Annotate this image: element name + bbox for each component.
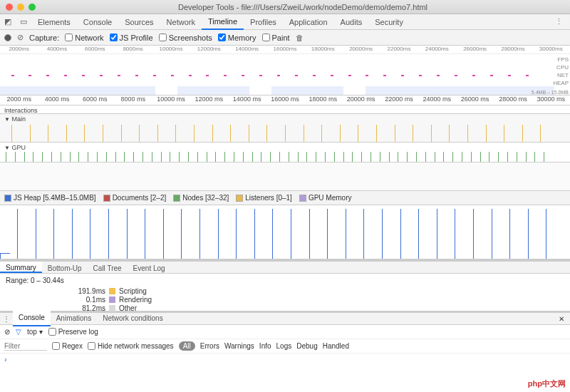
memory-legend: JS Heap [5.4MB–15.0MB]Documents [2–2]Nod… (0, 191, 570, 205)
console-filter-input[interactable] (4, 342, 47, 351)
mem-legend-item[interactable]: GPU Memory (299, 194, 352, 202)
tab-sources[interactable]: Sources (118, 14, 160, 30)
capture-screenshots[interactable]: Screenshots (159, 33, 212, 42)
capture-memory[interactable]: Memory (218, 33, 256, 42)
level-handled[interactable]: Handled (323, 342, 349, 350)
close-window-button[interactable] (6, 4, 13, 11)
minimize-window-button[interactable] (17, 4, 24, 11)
console-controls: ⊘ ▽ top ▾ Preserve log (0, 325, 570, 339)
overview-net-lane (0, 73, 554, 80)
main-track[interactable]: ▼ Main (0, 114, 570, 143)
mem-legend-item[interactable]: Documents [2–2] (103, 194, 167, 202)
window-title: Developer Tools - file:///Users/ZweiL/wo… (36, 3, 570, 11)
drawer-tab-network-conditions[interactable]: Network conditions (97, 311, 168, 326)
context-selector[interactable]: top ▾ (27, 328, 43, 336)
tab-elements[interactable]: Elements (31, 14, 77, 30)
zoom-window-button[interactable] (28, 4, 36, 11)
inspect-icon[interactable]: ◩ (0, 17, 16, 26)
tab-security[interactable]: Security (368, 14, 410, 30)
gpu-track[interactable]: ▼ GPU (0, 143, 570, 163)
mem-legend-item[interactable]: Nodes [32–32] (173, 194, 229, 202)
drawer-tab-console[interactable]: Console (13, 311, 51, 326)
level-warnings[interactable]: Warnings (224, 342, 254, 350)
overview-lane-labels: FPSCPUNETHEAP (553, 56, 569, 87)
tab-application[interactable]: Application (283, 14, 334, 30)
mem-legend-item[interactable]: Listeners [0–1] (236, 194, 292, 202)
traffic-lights (0, 4, 36, 11)
watermark: php中文网 (528, 378, 566, 389)
clear-console-icon[interactable]: ⊘ (4, 328, 10, 336)
empty-area (0, 163, 570, 191)
overview-heap-range: 5.4MB – 15.0MB (532, 90, 569, 95)
hide-network-checkbox[interactable]: Hide network messages (88, 342, 174, 350)
devtools-panel-tabs: ◩ ▭ Elements Console Sources Network Tim… (0, 14, 570, 30)
summary-body: Range: 0 – 30.44s 191.9msScripting0.1msR… (0, 274, 570, 311)
level-all[interactable]: All (179, 341, 195, 351)
timeline-toolbar: ⊘ Capture: Network JS Profile Screenshot… (0, 30, 570, 46)
level-debug[interactable]: Debug (296, 342, 317, 350)
tab-console[interactable]: Console (77, 14, 118, 30)
mem-legend-item[interactable]: JS Heap [5.4MB–15.0MB] (4, 194, 96, 202)
console-filter-row: Regex Hide network messages AllErrorsWar… (0, 339, 570, 354)
tab-calltree[interactable]: Call Tree (88, 262, 128, 273)
tab-summary[interactable]: Summary (0, 262, 42, 273)
tab-profiles[interactable]: Profiles (244, 14, 283, 30)
overview-pane[interactable]: 2000ms4000ms6000ms8000ms10000ms12000ms14… (0, 46, 570, 96)
preserve-log-checkbox[interactable]: Preserve log (48, 328, 98, 336)
console-prompt[interactable]: › (0, 354, 570, 365)
level-logs[interactable]: Logs (276, 342, 292, 350)
trash-icon[interactable]: 🗑 (296, 33, 304, 42)
details-tabs: Summary Bottom-Up Call Tree Event Log (0, 259, 570, 274)
overflow-menu-icon[interactable]: ⋮ (548, 17, 570, 26)
record-button[interactable] (4, 34, 11, 41)
interactions-track: Interactions (0, 105, 570, 114)
summary-range: Range: 0 – 30.44s (6, 277, 564, 284)
capture-paint[interactable]: Paint (262, 33, 290, 42)
level-info[interactable]: Info (259, 342, 271, 350)
memory-chart[interactable] (0, 205, 570, 259)
tab-eventlog[interactable]: Event Log (128, 262, 171, 273)
tab-audits[interactable]: Audits (334, 14, 369, 30)
drawer-tabs: ⋮ Console Animations Network conditions … (0, 311, 570, 325)
device-mode-icon[interactable]: ▭ (16, 17, 31, 26)
tab-bottomup[interactable]: Bottom-Up (42, 262, 88, 273)
drawer-menu-icon[interactable]: ⋮ (0, 315, 13, 323)
capture-jsprofile[interactable]: JS Profile (110, 33, 153, 42)
window-titlebar: Developer Tools - file:///Users/ZweiL/wo… (0, 0, 570, 14)
clear-icon[interactable]: ⊘ (17, 33, 24, 42)
capture-network[interactable]: Network (65, 33, 103, 42)
drawer-tab-animations[interactable]: Animations (51, 311, 97, 326)
regex-checkbox[interactable]: Regex (52, 342, 83, 350)
tab-network[interactable]: Network (160, 14, 202, 30)
timeline-ruler[interactable]: 2000 ms4000 ms6000 ms8000 ms10000 ms1200… (0, 96, 570, 105)
capture-label: Capture: (29, 33, 59, 42)
level-errors[interactable]: Errors (200, 342, 219, 350)
overview-ticks: 2000ms4000ms6000ms8000ms10000ms12000ms14… (0, 46, 570, 54)
tab-timeline[interactable]: Timeline (202, 14, 244, 30)
filter-icon[interactable]: ▽ (16, 328, 21, 336)
overview-heap-lane (0, 86, 554, 95)
drawer-close-icon[interactable]: ✕ (553, 315, 570, 323)
